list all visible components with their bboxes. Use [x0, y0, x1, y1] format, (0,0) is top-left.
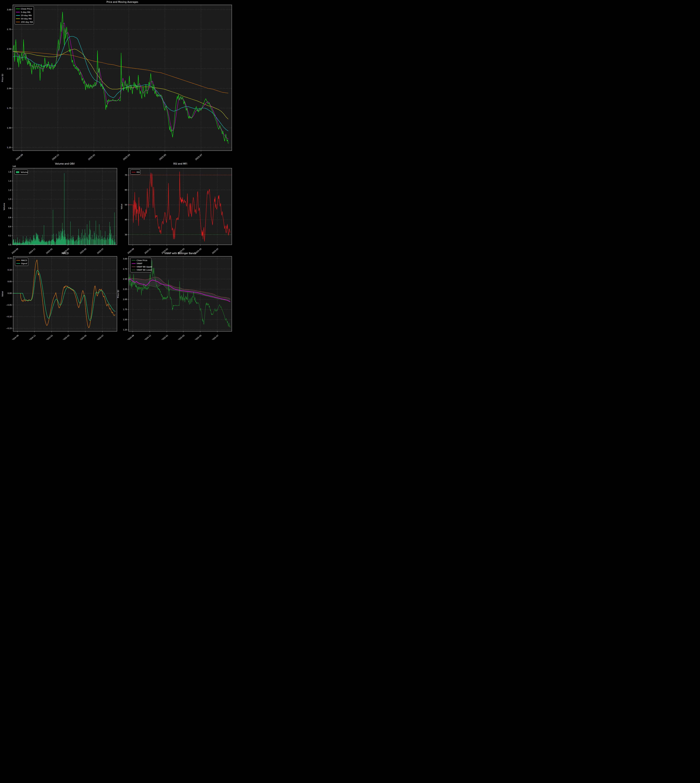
y-tick-label: 1.25 — [7, 146, 12, 148]
volume-bar — [59, 232, 59, 245]
volume-bar — [85, 229, 85, 245]
volume-bar — [80, 240, 80, 245]
volume-bar — [78, 235, 78, 245]
volume-bar — [17, 237, 18, 245]
volume-bar — [57, 238, 57, 245]
volume-bar — [89, 240, 90, 245]
vwap-bb-title: VWAP with Bollinger Bands — [165, 252, 196, 255]
macd-ylabel: Value — [1, 291, 3, 297]
volume-bar — [111, 235, 111, 245]
y-tick-label: 1.4 — [8, 180, 11, 182]
volume-bar — [33, 242, 33, 245]
volume-bar — [37, 234, 37, 245]
volume-bar — [35, 238, 35, 245]
rsi-mfi-ylabel: Value — [120, 204, 123, 209]
volume-bar — [63, 239, 64, 245]
y-tick-label: 0.00 — [8, 292, 12, 295]
volume-bar — [15, 242, 15, 245]
volume-bar — [88, 235, 89, 245]
volume-bar — [39, 239, 39, 245]
volume-bar — [110, 237, 110, 245]
volume-bar — [96, 221, 96, 245]
volume-bar — [28, 238, 28, 245]
volume-bar — [52, 239, 53, 245]
volume-bar — [89, 234, 89, 245]
volume-bar — [30, 244, 31, 245]
volume-bar — [14, 243, 15, 245]
y-tick-label: 2.25 — [7, 68, 12, 70]
volume-bar — [25, 242, 25, 245]
volume-bar — [23, 242, 24, 245]
volume-bar — [43, 239, 43, 245]
volume-bar — [65, 237, 66, 245]
legend-label: MACD — [21, 259, 27, 262]
volume-bar — [45, 242, 46, 245]
volume-bar — [114, 242, 114, 245]
volume-bar — [87, 224, 87, 245]
volume-bar — [65, 237, 65, 245]
volume-bar — [33, 236, 33, 245]
volume-bar — [30, 237, 30, 245]
volume-bar — [107, 237, 108, 245]
legend-label: VWAP BB Lower — [137, 269, 152, 271]
volume-bar — [113, 241, 114, 245]
volume-bar — [22, 243, 22, 245]
volume-obv-legend: Volume — [15, 170, 28, 175]
volume-bar — [56, 234, 57, 245]
volume-bar — [19, 243, 20, 245]
volume-bar — [42, 235, 43, 245]
volume-bar — [27, 241, 28, 245]
volume-bar — [109, 239, 109, 245]
volume-bar — [86, 238, 86, 245]
volume-bar — [40, 242, 41, 245]
volume-bar — [64, 237, 64, 245]
volume-bar — [58, 239, 59, 245]
y-tick-label: 2.50 — [123, 278, 127, 280]
volume-bar — [35, 240, 36, 245]
volume-bar — [90, 221, 90, 245]
legend-label: 50-day MA — [21, 18, 32, 20]
volume-bar — [94, 233, 95, 245]
volume-bar — [67, 240, 68, 245]
volume-bar — [67, 238, 67, 245]
volume-bar — [52, 240, 52, 245]
volume-bar — [62, 232, 62, 245]
volume-bar — [84, 238, 85, 245]
y-tick-label: 1.75 — [123, 308, 127, 310]
volume-bar — [62, 229, 63, 245]
volume-bar — [20, 242, 20, 245]
volume-bar — [78, 237, 78, 245]
volume-bar — [113, 240, 113, 245]
volume-bar — [13, 239, 13, 245]
y-tick-label: 2.75 — [123, 268, 127, 270]
volume-obv-title: Volume and OBV — [55, 162, 75, 165]
volume-bar — [71, 240, 71, 245]
y-tick-label: 0.10 — [8, 269, 12, 271]
volume-bar — [52, 235, 52, 245]
y-tick-label: 2.50 — [7, 48, 12, 50]
volume-bar — [75, 241, 75, 245]
volume-bar — [99, 224, 100, 245]
volume-bar — [22, 243, 23, 245]
vwap-bb-ylabel: Price ($) — [117, 290, 119, 298]
volume-bar — [97, 238, 97, 245]
volume-bar — [15, 243, 15, 245]
volume-bar — [22, 241, 22, 245]
volume-bar — [76, 241, 76, 245]
price-ma-plot-area — [13, 5, 232, 151]
volume-bar — [63, 236, 63, 245]
volume-bar — [13, 241, 13, 245]
y-tick-label: 2.00 — [123, 298, 127, 300]
volume-bar — [101, 239, 101, 245]
volume-bar — [75, 242, 75, 245]
volume-bar — [44, 225, 44, 245]
volume-bar — [51, 242, 51, 245]
legend-label: 20-day MA — [21, 14, 32, 17]
volume-bar — [29, 242, 30, 245]
volume-bar — [54, 242, 55, 245]
volume-bar — [112, 239, 112, 245]
volume-bar — [97, 234, 97, 245]
volume-bar — [98, 239, 99, 245]
legend-label: Volume — [21, 171, 28, 173]
volume-bar — [25, 241, 25, 245]
